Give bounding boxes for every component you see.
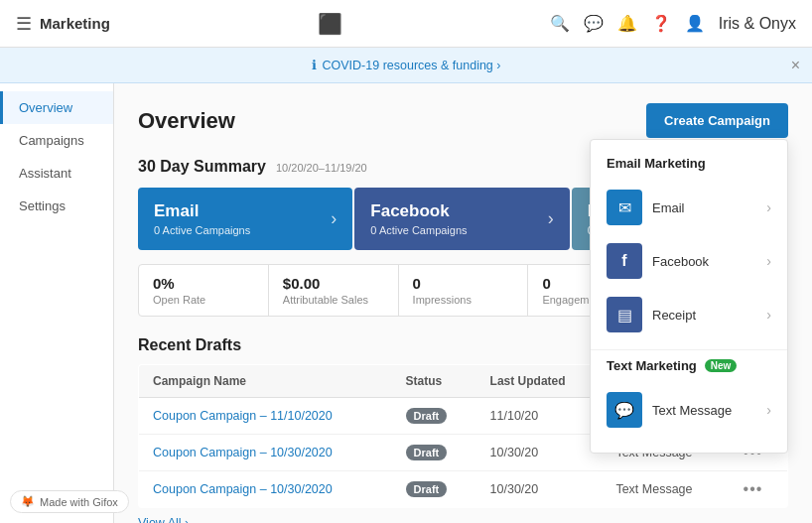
draft-date-2: 10/30/20	[476, 435, 603, 471]
chat-icon[interactable]: 💬	[584, 14, 604, 33]
dropdown-item-email[interactable]: ✉ Email ›	[591, 181, 787, 234]
dropdown-item-receipt[interactable]: ▤ Receipt ›	[591, 288, 787, 341]
hamburger-icon[interactable]: ☰	[16, 13, 32, 35]
col-campaign-name: Campaign Name	[139, 365, 392, 398]
page-header: Overview Create Campaign	[138, 103, 788, 138]
stat-sales-label: Attributable Sales	[283, 294, 384, 306]
sidebar-item-overview[interactable]: Overview	[0, 91, 113, 124]
facebook-card[interactable]: Facebook 0 Active Campaigns ›	[354, 188, 569, 250]
email-dropdown-icon: ✉	[607, 190, 642, 225]
sms-chevron-icon: ›	[766, 402, 771, 418]
facebook-card-arrow: ›	[548, 208, 554, 229]
user-icon[interactable]: 👤	[685, 14, 705, 33]
view-all-link[interactable]: View All ›	[138, 516, 189, 523]
nav-right: 🔍 💬 🔔 ❓ 👤 Iris & Onyx	[550, 14, 796, 33]
draft-badge-1: Draft	[406, 408, 448, 424]
draft-date-1: 11/10/20	[476, 398, 603, 435]
email-card[interactable]: Email 0 Active Campaigns ›	[138, 188, 352, 250]
receipt-dropdown-icon: ▤	[607, 297, 642, 332]
create-campaign-button[interactable]: Create Campaign	[646, 103, 788, 138]
new-badge: New	[705, 359, 738, 372]
dropdown-receipt-label: Receipt	[652, 308, 756, 323]
stat-impressions: 0 Impressions	[399, 265, 529, 316]
dropdown-sms-label: Text Message	[652, 403, 756, 418]
banner-link[interactable]: ℹ COVID-19 resources & funding ›	[312, 58, 501, 72]
stat-sales-value: $0.00	[283, 275, 384, 292]
draft-menu-3[interactable]: •••	[744, 480, 763, 498]
email-card-title: Email	[154, 201, 250, 221]
text-marketing-label: Text Marketing	[607, 358, 697, 373]
draft-link-2[interactable]: Coupon Campaign – 10/30/2020	[153, 446, 333, 459]
campaign-type-dropdown: Email Marketing ✉ Email › f Facebook › ▤…	[590, 139, 788, 454]
summary-title: 30 Day Summary	[138, 158, 266, 176]
facebook-card-sub: 0 Active Campaigns	[370, 224, 467, 236]
email-card-arrow: ›	[331, 208, 337, 229]
main-content: Overview Create Campaign 30 Day Summary …	[114, 83, 812, 523]
stat-impressions-label: Impressions	[413, 294, 514, 306]
dropdown-email-label: Email	[652, 200, 756, 215]
banner-icon: ℹ	[312, 58, 317, 72]
help-icon[interactable]: ❓	[651, 14, 671, 33]
text-marketing-header: Text Marketing New	[591, 358, 787, 383]
draft-link-3[interactable]: Coupon Campaign – 10/30/2020	[153, 482, 333, 496]
table-row: Coupon Campaign – 10/30/2020 Draft 10/30…	[139, 471, 788, 508]
dropdown-divider	[591, 349, 787, 350]
logo-icon: ⬛	[318, 12, 342, 36]
dropdown-item-sms[interactable]: 💬 Text Message ›	[591, 383, 787, 437]
bell-icon[interactable]: 🔔	[617, 14, 637, 33]
search-icon[interactable]: 🔍	[550, 14, 570, 33]
facebook-chevron-icon: ›	[766, 253, 771, 269]
col-last-updated: Last Updated	[476, 365, 603, 398]
dropdown-facebook-label: Facebook	[652, 254, 756, 269]
gifox-label: Made with Gifox	[40, 496, 118, 508]
sidebar-item-campaigns[interactable]: Campaigns	[0, 124, 113, 157]
sidebar: Overview Campaigns Assistant Settings	[0, 83, 114, 523]
app-title: Marketing	[40, 15, 110, 32]
page-title: Overview	[138, 108, 235, 134]
gifox-badge: 🦊 Made with Gifox	[10, 490, 129, 513]
draft-link-1[interactable]: Coupon Campaign – 11/10/2020	[153, 409, 333, 423]
covid-banner: ℹ COVID-19 resources & funding › ×	[0, 48, 812, 83]
user-name[interactable]: Iris & Onyx	[719, 15, 796, 33]
sms-dropdown-icon: 💬	[607, 392, 642, 428]
stat-impressions-value: 0	[413, 275, 514, 292]
stat-sales: $0.00 Attributable Sales	[269, 265, 399, 316]
sidebar-item-settings[interactable]: Settings	[0, 190, 113, 222]
top-nav: ☰ Marketing ⬛ 🔍 💬 🔔 ❓ 👤 Iris & Onyx	[0, 0, 812, 48]
draft-badge-2: Draft	[406, 445, 448, 460]
facebook-card-title: Facebook	[370, 201, 467, 221]
gifox-icon: 🦊	[21, 495, 35, 508]
receipt-chevron-icon: ›	[766, 307, 771, 323]
email-card-sub: 0 Active Campaigns	[154, 224, 250, 236]
email-chevron-icon: ›	[766, 199, 771, 215]
banner-text: COVID-19 resources & funding ›	[323, 59, 501, 72]
banner-close-icon[interactable]: ×	[791, 57, 800, 74]
draft-date-3: 10/30/20	[476, 471, 603, 508]
col-status: Status	[392, 365, 476, 398]
stat-open-rate: 0% Open Rate	[139, 265, 269, 316]
fb-dropdown-icon: f	[607, 243, 642, 279]
dropdown-item-facebook[interactable]: f Facebook ›	[591, 234, 787, 288]
draft-type-3: Text Message	[602, 471, 729, 508]
email-marketing-label: Email Marketing	[591, 156, 787, 181]
main-layout: Overview Campaigns Assistant Settings Ov…	[0, 83, 812, 523]
stat-open-rate-value: 0%	[153, 275, 254, 292]
sidebar-item-assistant[interactable]: Assistant	[0, 157, 113, 190]
summary-dates: 10/20/20–11/19/20	[276, 162, 367, 174]
nav-left: ☰ Marketing	[16, 13, 110, 35]
stat-open-rate-label: Open Rate	[153, 294, 254, 306]
draft-badge-3: Draft	[406, 481, 448, 497]
